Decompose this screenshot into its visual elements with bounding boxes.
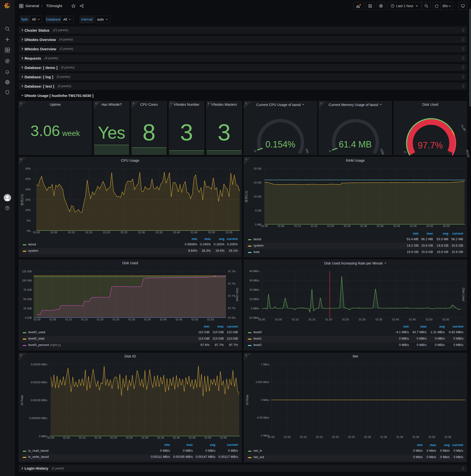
svg-text:01:50: 01:50	[426, 318, 433, 321]
svg-text:95100: 95100	[466, 149, 470, 158]
svg-text:01:15: 01:15	[94, 436, 101, 439]
svg-text:01:15: 01:15	[316, 436, 323, 439]
svg-text:01:40: 01:40	[396, 436, 403, 439]
svg-text:0 MB: 0 MB	[255, 223, 261, 226]
svg-text:01:55: 01:55	[220, 436, 227, 439]
svg-text:01:30: 01:30	[364, 436, 371, 439]
svg-text:01:25: 01:25	[121, 231, 128, 234]
svg-text:01:55: 01:55	[444, 436, 451, 439]
svg-text:01:35: 01:35	[156, 231, 163, 234]
svg-text:97.7%: 97.7%	[228, 307, 236, 310]
svg-text:01:45: 01:45	[191, 231, 198, 234]
svg-text:01:45: 01:45	[409, 318, 416, 321]
svg-text:01:10: 01:10	[79, 436, 86, 439]
svg-text:01:05: 01:05	[50, 318, 56, 321]
svg-text:0.00150 MB/s: 0.00150 MB/s	[31, 381, 47, 384]
svg-text:-0.50 Mb/s: -0.50 Mb/s	[256, 416, 269, 419]
svg-text:01:10: 01:10	[300, 436, 307, 439]
svg-text:01:00: 01:00	[33, 231, 40, 234]
svg-text:20 MB/s: 20 MB/s	[250, 288, 260, 291]
svg-text:01:00: 01:00	[258, 318, 265, 321]
svg-text:50 GiB: 50 GiB	[23, 298, 32, 301]
svg-text:5%: 5%	[27, 219, 31, 222]
svg-text:01:40: 01:40	[160, 318, 167, 321]
svg-text:01:50: 01:50	[191, 318, 198, 321]
svg-text:01:25: 01:25	[348, 436, 355, 439]
svg-text:125 GiB: 125 GiB	[22, 270, 32, 273]
svg-text:01:00: 01:00	[47, 436, 54, 439]
svg-text:01:05: 01:05	[275, 318, 282, 321]
svg-text:0%: 0%	[27, 229, 31, 232]
svg-text:01:05: 01:05	[50, 231, 57, 234]
svg-text:100 GiB: 100 GiB	[22, 279, 32, 282]
svg-text:01:05: 01:05	[284, 436, 291, 439]
svg-text:0 Mb/s: 0 Mb/s	[261, 398, 269, 401]
svg-text:0: 0	[404, 150, 407, 153]
svg-text:0 MB/s: 0 MB/s	[251, 307, 260, 310]
svg-text:01:45: 01:45	[412, 436, 419, 439]
svg-text:01:25: 01:25	[113, 318, 119, 321]
svg-text:01:55: 01:55	[443, 224, 450, 227]
svg-text:10 MB/s: 10 MB/s	[250, 298, 260, 301]
svg-text:01:20: 01:20	[325, 318, 332, 321]
svg-text:01:45: 01:45	[176, 318, 183, 321]
svg-text:01:15: 01:15	[309, 318, 316, 321]
svg-text:使用占比: 使用占比	[245, 191, 248, 203]
svg-text:01:35: 01:35	[376, 318, 383, 321]
svg-text:01:30: 01:30	[360, 224, 367, 227]
svg-text:20%: 20%	[25, 188, 31, 191]
svg-text:01:30: 01:30	[128, 318, 135, 321]
svg-text:01:45: 01:45	[189, 436, 196, 439]
svg-text:01:10: 01:10	[292, 318, 299, 321]
svg-text:0.00200 MB/s: 0.00200 MB/s	[31, 363, 47, 366]
svg-text:01:25: 01:25	[126, 436, 133, 439]
svg-text:0 GiB: 0 GiB	[25, 316, 32, 319]
svg-text:0.00100 MB/s: 0.00100 MB/s	[31, 399, 47, 402]
svg-text:75 GiB: 75 GiB	[23, 288, 32, 291]
svg-text:01:40: 01:40	[173, 436, 180, 439]
svg-text:01:15: 01:15	[311, 224, 318, 227]
svg-text:20 GB: 20 GB	[254, 167, 261, 170]
svg-text:01:45: 01:45	[410, 224, 417, 227]
svg-text:01:55: 01:55	[226, 231, 233, 234]
svg-text:Disk Used: Disk Used	[462, 288, 465, 301]
svg-text:97.7%: 97.7%	[228, 282, 236, 285]
svg-text:01:10: 01:10	[65, 318, 72, 321]
svg-text:01:20: 01:20	[97, 318, 103, 321]
svg-text:01:20: 01:20	[327, 224, 334, 227]
svg-text:0.500 Mb/s: 0.500 Mb/s	[256, 381, 269, 384]
svg-text:0: 0	[254, 150, 257, 153]
svg-text:01:50: 01:50	[204, 436, 211, 439]
svg-text:01:50: 01:50	[426, 224, 433, 227]
svg-text:01:30: 01:30	[142, 436, 148, 439]
svg-text:01:15: 01:15	[86, 231, 92, 234]
svg-text:5 GB: 5 GB	[255, 209, 261, 212]
svg-text:0 MB/s: 0 MB/s	[39, 435, 48, 438]
svg-text:01:40: 01:40	[173, 231, 180, 234]
svg-text:30 MB/s: 30 MB/s	[250, 279, 260, 282]
svg-text:01:05: 01:05	[278, 224, 285, 227]
svg-text:1 Mb/s: 1 Mb/s	[261, 363, 269, 366]
svg-text:75 80: 75 80	[460, 124, 466, 132]
svg-text:Disk Used: Disk Used	[236, 288, 239, 301]
svg-text:15%: 15%	[25, 198, 31, 201]
svg-text:01:40: 01:40	[393, 224, 400, 227]
svg-text:01:25: 01:25	[344, 224, 351, 227]
svg-text:01:30: 01:30	[359, 318, 366, 321]
svg-text:40 MB/s: 40 MB/s	[250, 270, 260, 272]
svg-text:01:20: 01:20	[103, 231, 110, 234]
svg-text:25 GiB: 25 GiB	[23, 307, 32, 310]
svg-text:0.000500 MB/s: 0.000500 MB/s	[29, 417, 47, 420]
svg-text:01:55: 01:55	[207, 318, 214, 321]
svg-text:01:00: 01:00	[261, 224, 268, 227]
svg-text:01:05: 01:05	[63, 436, 70, 439]
svg-text:01:35: 01:35	[377, 224, 384, 227]
svg-text:01:15: 01:15	[81, 318, 88, 321]
svg-text:15 GB: 15 GB	[254, 181, 261, 184]
svg-text:01:25: 01:25	[342, 318, 349, 321]
svg-text:97.7%: 97.7%	[228, 294, 236, 297]
svg-text:01:55: 01:55	[442, 318, 449, 321]
svg-text:IO Rate: IO Rate	[246, 395, 249, 405]
svg-text:01:40: 01:40	[392, 318, 399, 321]
svg-text:-10 MB/s: -10 MB/s	[249, 316, 260, 319]
